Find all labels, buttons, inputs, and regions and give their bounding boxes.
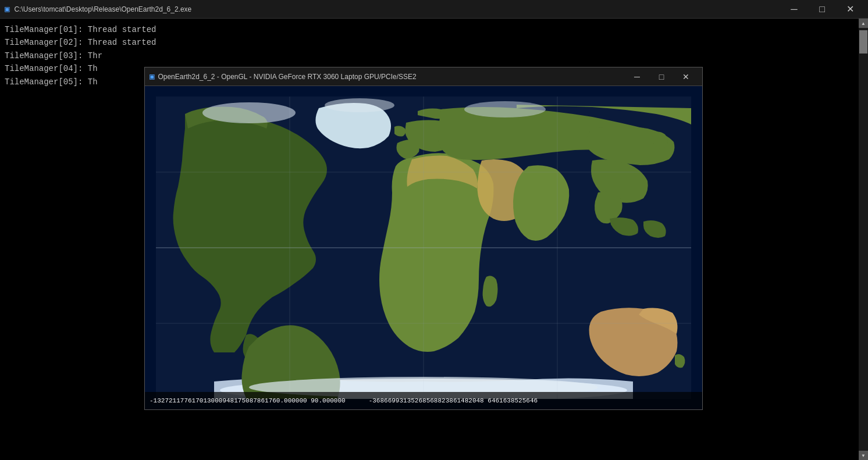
console-titlebar-controls: ─ □ ✕ xyxy=(781,1,863,18)
scroll-up-button[interactable]: ▲ xyxy=(859,19,868,28)
console-scrollbar[interactable]: ▲ ▼ xyxy=(859,19,868,460)
svg-point-10 xyxy=(325,98,394,112)
console-titlebar: ▣ C:\Users\tomcat\Desktop\Release\OpenEa… xyxy=(0,0,868,19)
gl-window: ▣ OpenEarth2d_6_2 - OpenGL - NVIDIA GeFo… xyxy=(144,67,703,410)
gl-minimize-button[interactable]: ─ xyxy=(625,69,649,85)
gl-body[interactable]: -132721177617013000948175087861760.00000… xyxy=(145,86,702,409)
coord-bar: -132721177617013000948175087861760.00000… xyxy=(145,392,702,409)
scroll-thumb[interactable] xyxy=(859,30,867,54)
scroll-down-button[interactable]: ▼ xyxy=(859,451,868,460)
console-minimize-button[interactable]: ─ xyxy=(781,1,807,18)
gl-icon: ▣ xyxy=(150,72,154,81)
console-icon: ▣ xyxy=(5,4,9,14)
svg-point-9 xyxy=(202,102,296,123)
gl-titlebar: ▣ OpenEarth2d_6_2 - OpenGL - NVIDIA GeFo… xyxy=(145,67,702,86)
earth-map-container xyxy=(145,86,702,409)
coord-left: -132721177617013000948175087861760.00000… xyxy=(150,397,346,404)
console-close-button[interactable]: ✕ xyxy=(837,1,863,18)
console-title: C:\Users\tomcat\Desktop\Release\OpenEart… xyxy=(14,5,776,13)
svg-point-11 xyxy=(464,101,546,117)
coord-right: -36866993135268568823861482048 646163852… xyxy=(369,397,538,404)
earth-svg xyxy=(156,97,691,399)
gl-maximize-button[interactable]: □ xyxy=(650,69,673,85)
gl-controls: ─ □ ✕ xyxy=(625,69,698,85)
gl-title: OpenEarth2d_6_2 - OpenGL - NVIDIA GeForc… xyxy=(158,73,622,81)
scroll-track xyxy=(859,28,868,451)
console-maximize-button[interactable]: □ xyxy=(809,1,835,18)
gl-close-button[interactable]: ✕ xyxy=(674,69,698,85)
console-line-3: TileManager[03]: Thread started xyxy=(5,49,863,62)
console-line-2: TileManager[02]: Thread started xyxy=(5,36,863,49)
console-line-1: TileManager[01]: Thread started xyxy=(5,23,863,36)
